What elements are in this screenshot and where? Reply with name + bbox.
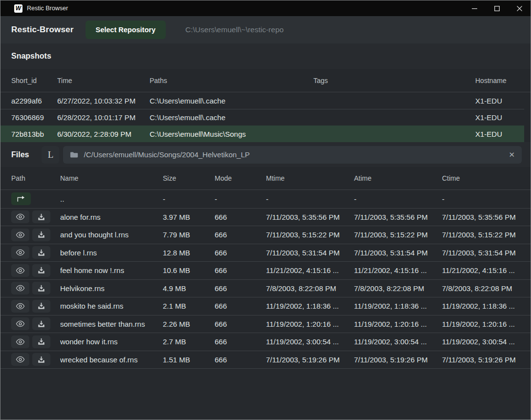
preview-button[interactable]	[11, 210, 29, 223]
file-row: moskito he said.rns 2.1 MB 666 11/19/200…	[0, 297, 531, 315]
up-right-arrow-icon	[16, 195, 26, 202]
path-format-toggle-button[interactable]: L	[42, 146, 59, 164]
download-icon	[38, 231, 45, 238]
select-repository-button[interactable]: Select Repository	[86, 21, 166, 39]
file-mode: 666	[215, 320, 266, 328]
minimize-button[interactable]	[463, 0, 486, 16]
maximize-button[interactable]	[486, 0, 508, 16]
snapshot-time: 6/27/2022, 10:03:32 PM	[57, 97, 150, 105]
file-size: 10.6 MB	[163, 266, 215, 274]
file-mode: 666	[215, 356, 266, 364]
preview-button[interactable]	[11, 229, 29, 241]
snapshot-time: 6/30/2022, 2:28:09 PM	[57, 130, 150, 138]
files-section-header: Files L /C/Users/emuell/Music/Songs/2004…	[0, 142, 531, 167]
file-mode: 666	[215, 302, 266, 310]
file-atime: 11/19/2002, 1:18:36 ...	[354, 302, 442, 310]
file-row: wrecked because of.rns 1.51 MB 666 7/11/…	[0, 351, 531, 369]
file-name: alone for.rns	[60, 213, 163, 221]
file-size: 2.7 MB	[163, 337, 215, 346]
file-atime: 7/11/2003, 5:31:54 PM	[354, 249, 442, 257]
download-button[interactable]	[32, 282, 50, 294]
snapshot-row[interactable]: 72b813bb 6/30/2022, 2:28:09 PM C:\Users\…	[0, 126, 524, 142]
file-ctime: 7/11/2003, 5:35:56 PM	[442, 213, 531, 221]
file-atime: 11/21/2002, 4:15:16 ...	[354, 266, 442, 274]
preview-button[interactable]	[11, 300, 29, 313]
file-ctime: 11/21/2002, 4:15:16 ...	[442, 266, 531, 274]
parent-directory-row: .. - - - - -	[0, 190, 531, 208]
preview-button[interactable]	[11, 264, 29, 277]
eye-icon	[16, 356, 25, 363]
file-ctime: 7/11/2003, 5:31:54 PM	[442, 249, 531, 257]
file-name: moskito he said.rns	[60, 302, 163, 310]
file-atime: 11/19/2002, 3:00:54 ...	[354, 337, 442, 346]
clear-path-icon[interactable]: ✕	[509, 151, 515, 158]
download-icon	[38, 320, 45, 328]
file-atime: 7/11/2003, 5:19:26 PM	[354, 356, 442, 364]
eye-icon	[16, 285, 25, 292]
empty-area	[0, 369, 531, 420]
file-mtime: 7/11/2003, 5:35:56 PM	[266, 213, 354, 221]
file-mtime: 11/19/2002, 1:18:36 ...	[266, 302, 354, 310]
file-name: and you thought l.rns	[60, 231, 163, 239]
snapshots-title: Snapshots	[11, 52, 51, 61]
file-row: sometimes better than.rns 2.26 MB 666 11…	[0, 315, 531, 333]
file-size: 2.26 MB	[163, 320, 215, 328]
file-mode: 666	[215, 213, 266, 221]
file-size: 4.9 MB	[163, 284, 215, 293]
close-button[interactable]	[508, 0, 531, 16]
col-paths: Paths	[150, 77, 313, 84]
preview-button[interactable]	[11, 282, 29, 294]
titlebar: W Restic Browser	[0, 0, 531, 16]
eye-icon	[16, 267, 25, 274]
col-atime: Atime	[354, 174, 442, 182]
file-name: sometimes better than.rns	[60, 320, 163, 328]
file-name: wrecked because of.rns	[60, 356, 163, 364]
col-hostname: Hostname	[475, 77, 531, 84]
snapshot-row[interactable]: 76306869 6/28/2022, 10:01:17 PM C:\Users…	[0, 109, 524, 126]
download-button[interactable]	[32, 353, 50, 366]
download-button[interactable]	[32, 246, 50, 259]
col-short-id: Short_id	[11, 77, 57, 84]
file-mtime: 11/19/2002, 3:00:54 ...	[266, 337, 354, 346]
files-path-value: /C/Users/emuell/Music/Songs/2004_Helveti…	[84, 150, 509, 159]
file-ctime: 11/19/2002, 1:18:36 ...	[442, 302, 531, 310]
preview-button[interactable]	[11, 317, 29, 330]
download-icon	[38, 356, 45, 363]
app-header: Restic-Browser Select Repository C:\User…	[0, 16, 531, 43]
file-mtime: 7/8/2003, 8:22:08 PM	[266, 284, 354, 293]
file-mode: -	[215, 195, 266, 203]
download-button[interactable]	[32, 336, 50, 348]
files-table-header: Path Name Size Mode Mtime Atime Ctime	[0, 167, 531, 190]
files-title: Files	[11, 150, 29, 159]
files-path-input[interactable]: /C/Users/emuell/Music/Songs/2004_Helveti…	[63, 146, 522, 164]
download-button[interactable]	[32, 229, 50, 241]
file-row: Helvikone.rns 4.9 MB 666 7/8/2003, 8:22:…	[0, 279, 531, 297]
preview-button[interactable]	[11, 336, 29, 348]
download-button[interactable]	[32, 210, 50, 223]
file-mtime: 11/21/2002, 4:15:16 ...	[266, 266, 354, 274]
file-mode: 666	[215, 337, 266, 346]
file-name: feel home now !.rns	[60, 266, 163, 274]
eye-icon	[16, 231, 25, 238]
download-button[interactable]	[32, 300, 50, 313]
file-ctime: 11/19/2002, 1:20:16 ...	[442, 320, 531, 328]
file-size: 1.51 MB	[163, 356, 215, 364]
file-atime: -	[354, 195, 442, 203]
file-name: wonder how it.rns	[60, 337, 163, 346]
col-path: Path	[11, 174, 60, 182]
snapshot-row[interactable]: a2299af6 6/27/2022, 10:03:32 PM C:\Users…	[0, 92, 524, 109]
file-ctime: 11/19/2002, 3:00:54 ...	[442, 337, 531, 346]
preview-button[interactable]	[11, 353, 29, 366]
file-ctime: 7/11/2003, 5:15:22 PM	[442, 231, 531, 239]
maximize-icon	[494, 6, 500, 11]
file-ctime: 7/11/2003, 5:19:26 PM	[442, 356, 531, 364]
download-button[interactable]	[32, 264, 50, 277]
preview-button[interactable]	[11, 246, 29, 259]
download-button[interactable]	[32, 317, 50, 330]
file-mode: 666	[215, 284, 266, 293]
file-row: before l.rns 12.8 MB 666 7/11/2003, 5:31…	[0, 244, 531, 262]
folder-icon	[70, 151, 78, 158]
go-up-button[interactable]	[11, 192, 31, 205]
window-title: Restic Browser	[27, 5, 68, 12]
snapshots-table-header: Short_id Time Paths Tags Hostname	[0, 69, 531, 92]
